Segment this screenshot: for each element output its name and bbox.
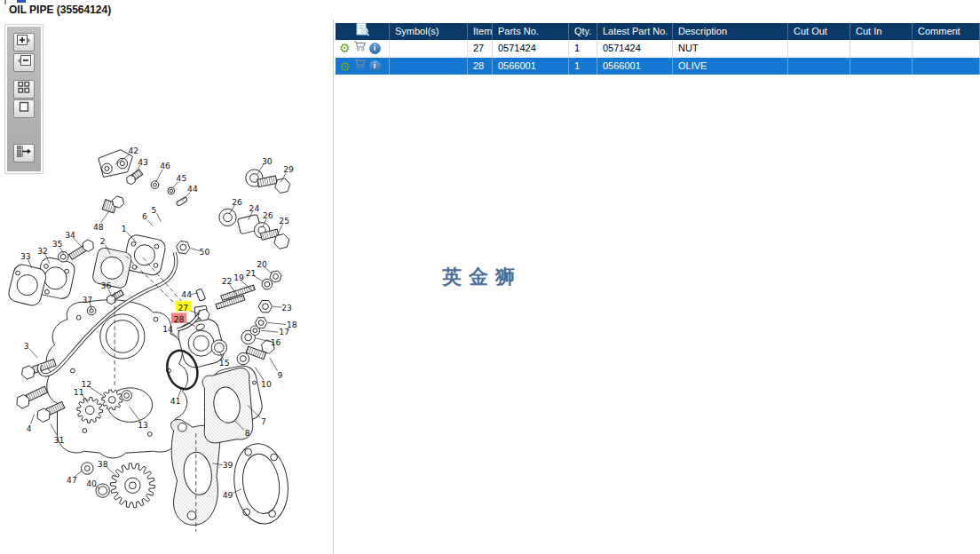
- parts-table: Symbol(s)ItemParts No.Qty.Latest Part No…: [336, 23, 980, 75]
- part-callout-30[interactable]: 30: [262, 156, 273, 166]
- cell-icons: ⚙i: [336, 40, 390, 57]
- part-callout-31[interactable]: 31: [54, 435, 65, 445]
- part-callout-46[interactable]: 46: [160, 161, 170, 170]
- cropped-ui-fragment: [4, 0, 6, 4]
- part-callout-32[interactable]: 32: [37, 246, 48, 256]
- part-callout-16[interactable]: 16: [271, 337, 281, 347]
- part-callout-13[interactable]: 13: [138, 420, 148, 430]
- info-icon[interactable]: i: [369, 60, 381, 72]
- part-callout-3[interactable]: 3: [24, 341, 29, 351]
- column-header-icons[interactable]: [336, 23, 390, 40]
- part-callout-15[interactable]: 15: [219, 358, 230, 368]
- cell-parts_no: 0566001: [493, 58, 569, 75]
- gear-icon[interactable]: ⚙: [339, 42, 351, 54]
- part-callout-21[interactable]: 21: [246, 268, 257, 278]
- part-callout-48[interactable]: 48: [93, 222, 104, 232]
- part-callout-50[interactable]: 50: [200, 247, 210, 257]
- preview-icon: [353, 23, 371, 40]
- part-callout-41[interactable]: 41: [170, 396, 181, 406]
- column-header-description[interactable]: Description: [673, 23, 788, 40]
- part-callout-5[interactable]: 5: [152, 205, 157, 215]
- part-callout-42[interactable]: 42: [129, 146, 139, 155]
- cell-comment: [913, 40, 980, 57]
- column-header-comment[interactable]: Comment: [913, 23, 980, 40]
- watermark-text: 英金狮: [442, 264, 522, 290]
- part-callout-1[interactable]: 1: [122, 224, 127, 233]
- cell-item: 27: [468, 40, 493, 57]
- column-header-latest_part_no[interactable]: Latest Part No.: [597, 23, 673, 40]
- cell-comment: [913, 58, 980, 75]
- cell-latest_part_no: 0571424: [597, 40, 673, 57]
- column-header-cut_in[interactable]: Cut In: [850, 23, 913, 40]
- pane-divider: [333, 20, 334, 554]
- cell-symbols: [390, 40, 468, 57]
- title-bar: OIL PIPE (35564124): [0, 0, 980, 20]
- part-callout-36[interactable]: 36: [101, 281, 112, 290]
- column-header-symbols[interactable]: Symbol(s): [390, 23, 468, 40]
- part-callout-37[interactable]: 37: [82, 295, 92, 305]
- part-callout-12[interactable]: 12: [81, 379, 91, 389]
- part-callout-6[interactable]: 6: [142, 211, 147, 221]
- page-title: OIL PIPE (35564124): [9, 4, 111, 16]
- part-callout-18[interactable]: 18: [287, 320, 297, 329]
- part-callout-40[interactable]: 40: [86, 479, 97, 488]
- parts-diagram[interactable]: 1234567891011121314151617181920212223242…: [0, 20, 334, 554]
- part-callout-33[interactable]: 33: [20, 251, 31, 261]
- part-callout-19[interactable]: 19: [233, 273, 244, 282]
- table-row[interactable]: ⚙i28056600110566001OLIVE: [336, 57, 980, 75]
- part-callout-27[interactable]: 27: [178, 303, 189, 313]
- cell-latest_part_no: 0566001: [597, 58, 673, 75]
- column-header-qty[interactable]: Qty.: [569, 23, 597, 40]
- cell-qty: 1: [569, 58, 597, 75]
- part-callout-7[interactable]: 7: [261, 416, 266, 426]
- cell-item: 28: [468, 58, 493, 75]
- epc-viewer-window: OIL PIPE (35564124) 12345678910111213141…: [0, 0, 980, 554]
- part-callout-43[interactable]: 43: [138, 157, 148, 167]
- part-callout-39[interactable]: 39: [223, 460, 233, 470]
- cell-icons: ⚙i: [336, 58, 390, 75]
- part-callout-26[interactable]: 26: [263, 210, 273, 220]
- part-callout-38[interactable]: 38: [98, 459, 108, 469]
- cell-parts_no: 0571424: [493, 40, 569, 57]
- part-callout-2[interactable]: 2: [100, 236, 106, 246]
- cart-icon[interactable]: [353, 40, 367, 57]
- gear-icon[interactable]: ⚙: [339, 60, 351, 73]
- cell-cut_out: [788, 40, 850, 57]
- table-header-row: Symbol(s)ItemParts No.Qty.Latest Part No…: [336, 23, 980, 40]
- part-callout-47[interactable]: 47: [67, 475, 77, 485]
- part-callout-14[interactable]: 14: [162, 324, 173, 334]
- part-callout-35[interactable]: 35: [52, 239, 63, 249]
- part-callout-4[interactable]: 4: [27, 423, 32, 433]
- cell-cut_in: [850, 40, 913, 57]
- column-header-item[interactable]: Item: [468, 23, 493, 40]
- cell-cut_in: [850, 58, 913, 75]
- cell-qty: 1: [569, 40, 597, 57]
- part-callout-10[interactable]: 10: [261, 379, 272, 389]
- part-callout-22[interactable]: 22: [222, 276, 233, 286]
- part-callout-24[interactable]: 24: [249, 203, 260, 213]
- part-callout-23[interactable]: 23: [281, 303, 292, 313]
- part-callout-49[interactable]: 49: [223, 490, 233, 500]
- column-header-cut_out[interactable]: Cut Out: [788, 23, 850, 40]
- part-callout-8[interactable]: 8: [245, 428, 250, 438]
- part-callout-20[interactable]: 20: [257, 259, 267, 269]
- part-callout-25[interactable]: 25: [279, 216, 289, 226]
- cart-icon[interactable]: [353, 58, 367, 75]
- cell-description: OLIVE: [673, 58, 788, 75]
- info-icon[interactable]: i: [369, 43, 381, 54]
- column-header-parts_no[interactable]: Parts No.: [493, 23, 569, 40]
- part-callout-29[interactable]: 29: [283, 164, 294, 174]
- cell-description: NUT: [673, 40, 788, 57]
- part-callout-26[interactable]: 26: [232, 197, 242, 207]
- table-row[interactable]: ⚙i27057142410571424NUT: [336, 40, 980, 57]
- part-callout-34[interactable]: 34: [65, 230, 75, 240]
- cell-cut_out: [788, 58, 850, 75]
- part-callout-9[interactable]: 9: [277, 370, 282, 380]
- part-callout-45[interactable]: 45: [177, 173, 187, 183]
- cropped-ui-fragment: [17, 0, 26, 3]
- cell-symbols: [390, 58, 468, 75]
- part-callout-44[interactable]: 44: [187, 184, 198, 194]
- part-callout-28[interactable]: 28: [174, 314, 185, 324]
- part-callout-44[interactable]: 44: [181, 289, 192, 299]
